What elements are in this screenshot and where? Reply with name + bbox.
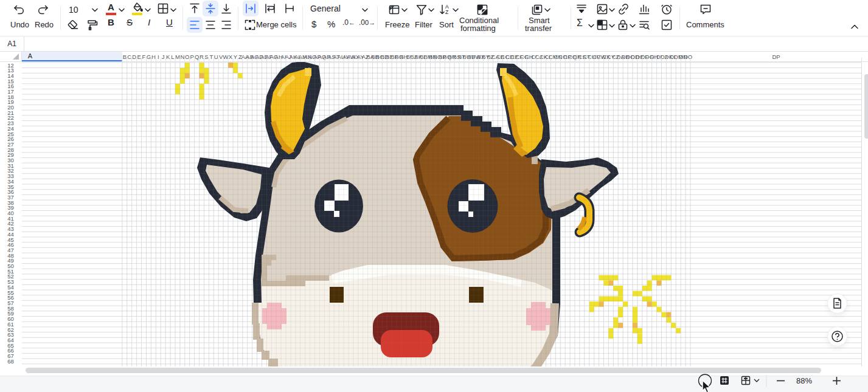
svg-text:S: S xyxy=(204,53,208,60)
svg-text:H: H xyxy=(151,53,156,60)
svg-text:O: O xyxy=(185,53,189,60)
svg-text:C: C xyxy=(127,53,131,60)
svg-text:R: R xyxy=(200,53,204,60)
svg-text:P: P xyxy=(190,53,194,60)
svg-text:I: I xyxy=(158,53,159,60)
svg-text:DP: DP xyxy=(772,53,780,60)
svg-text:X: X xyxy=(229,53,233,60)
svg-text:U: U xyxy=(214,53,218,60)
svg-text:W: W xyxy=(223,53,229,60)
svg-text:T: T xyxy=(209,53,213,60)
svg-text:88%: 88% xyxy=(796,376,812,385)
svg-text:J: J xyxy=(162,53,165,60)
svg-text:D: D xyxy=(132,53,136,60)
svg-text:Q: Q xyxy=(195,53,199,60)
svg-text:N: N xyxy=(180,53,184,60)
svg-text:DO: DO xyxy=(684,53,692,60)
svg-text:M: M xyxy=(175,53,180,60)
svg-text:L: L xyxy=(171,53,174,60)
svg-text:Y: Y xyxy=(234,53,238,60)
svg-text:G: G xyxy=(147,53,151,60)
svg-text:F: F xyxy=(142,53,146,60)
svg-text:K: K xyxy=(166,53,170,60)
svg-text:E: E xyxy=(137,53,141,60)
svg-text:B: B xyxy=(123,53,127,60)
